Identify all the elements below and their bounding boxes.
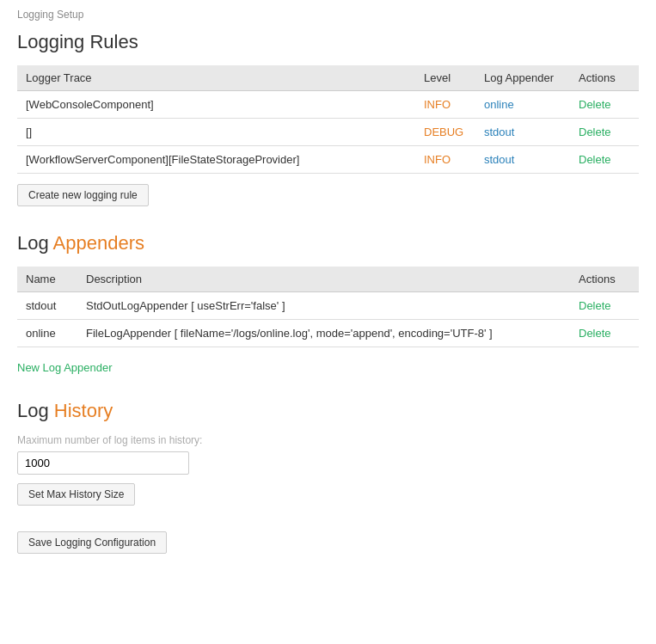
appender-cell: stdout [475,146,570,174]
log-history-highlight: History [54,400,113,421]
trace-cell: [WorkflowServerComponent][FileStateStora… [17,146,415,174]
appender-desc-cell: FileLogAppender [ fileName='/logs/online… [77,320,570,347]
new-log-appender-link[interactable]: New Log Appender [17,361,113,374]
table-row: [] DEBUG stdout Delete [17,119,639,146]
appender-desc-cell: StdOutLogAppender [ useStrErr='false' ] [77,292,570,320]
delete-rule-link[interactable]: Delete [579,153,611,166]
delete-rule-link[interactable]: Delete [579,126,611,138]
log-appenders-title-highlight: Appenders [53,232,144,254]
table-row: [WebConsoleComponent] INFO online Delete [17,91,639,119]
action-cell: Delete [570,91,639,119]
set-max-history-button[interactable]: Set Max History Size [17,483,135,506]
appender-name-cell: stdout [17,292,77,320]
log-history-input[interactable] [17,451,189,475]
col-header-description: Description [77,267,570,292]
table-row: stdout StdOutLogAppender [ useStrErr='fa… [17,292,639,320]
save-logging-config-button[interactable]: Save Logging Configuration [17,531,167,554]
col-header-actions2: Actions [570,267,639,292]
appender-cell: online [475,91,570,119]
level-cell: INFO [415,91,475,119]
table-row: online FileLogAppender [ fileName='/logs… [17,320,639,347]
log-history-label: Maximum number of log items in history: [17,434,639,446]
trace-cell: [WebConsoleComponent] [17,91,415,119]
appender-name-cell: online [17,320,77,347]
log-history-prefix: Log [17,400,54,421]
trace-cell: [] [17,119,415,146]
logging-rules-section: Logging Rules Logger Trace Level Log App… [17,31,639,206]
delete-appender-link[interactable]: Delete [579,327,611,340]
appender-action-cell: Delete [570,320,639,347]
log-history-title: Log History [17,400,639,422]
logging-rules-table: Logger Trace Level Log Appender Actions … [17,65,639,174]
col-header-trace: Logger Trace [17,65,415,91]
action-cell: Delete [570,146,639,174]
breadcrumb: Logging Setup [17,9,639,21]
col-header-level: Level [415,65,475,91]
create-logging-rule-button[interactable]: Create new logging rule [17,184,149,206]
action-cell: Delete [570,119,639,146]
table-row: [WorkflowServerComponent][FileStateStora… [17,146,639,174]
appender-action-cell: Delete [570,292,639,320]
save-section: Save Logging Configuration [17,531,639,554]
log-appenders-title-prefix: Log [17,232,53,254]
delete-appender-link[interactable]: Delete [579,299,611,312]
log-appenders-table: Name Description Actions stdout StdOutLo… [17,267,639,347]
appender-cell: stdout [475,119,570,146]
col-header-actions: Actions [570,65,639,91]
level-cell: INFO [415,146,475,174]
log-appenders-title: Log Appenders [17,232,639,255]
log-appenders-section: Log Appenders Name Description Actions s… [17,232,639,374]
log-history-section: Log History Maximum number of log items … [17,400,639,506]
delete-rule-link[interactable]: Delete [579,98,611,111]
level-cell: DEBUG [415,119,475,146]
col-header-appender: Log Appender [475,65,570,91]
logging-rules-title: Logging Rules [17,31,639,53]
col-header-name: Name [17,267,77,292]
